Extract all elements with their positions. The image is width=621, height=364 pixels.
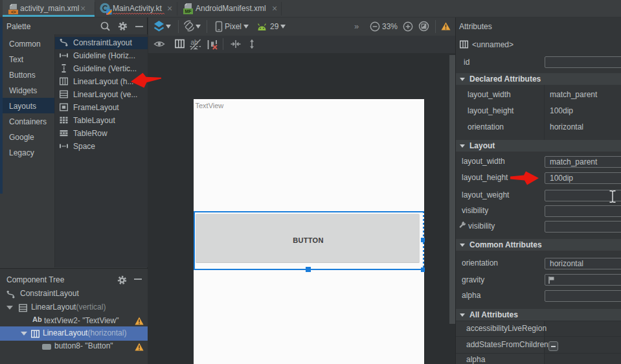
svg-text:ab: ab xyxy=(191,39,199,46)
